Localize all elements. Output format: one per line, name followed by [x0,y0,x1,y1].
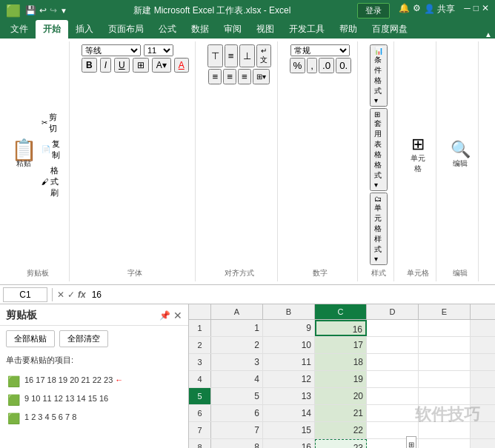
tab-help[interactable]: 帮助 [332,20,365,39]
cell-b6[interactable]: 14 [263,405,315,421]
save-icon[interactable]: 💾 [25,5,36,16]
share-icon[interactable]: 👤 共享 [424,3,455,19]
comma-button[interactable]: , [307,58,317,73]
clipboard-item-2[interactable]: 🟩 9 10 11 12 13 14 15 16 [6,390,182,409]
close-btn[interactable]: ✕ [482,3,489,19]
cut-button[interactable]: ✂ 剪切 [39,110,63,136]
redo-icon[interactable]: ↪ [50,5,57,16]
format-painter-button[interactable]: 🖌 格式刷 [39,164,63,200]
merge-cells-button[interactable]: ⊞▾ [253,69,270,84]
cell-c5[interactable]: 20 [315,388,367,404]
save-to-cloud-button[interactable]: ☁ 保存到百度网盘 [491,125,495,184]
cell-b4[interactable]: 12 [263,371,315,387]
align-bottom-button[interactable]: ⊥ [239,44,255,67]
align-center-button[interactable]: ≡ [223,69,236,84]
restore-btn[interactable]: □ [474,3,479,19]
clear-all-button[interactable]: 全部清空 [59,330,108,347]
settings-icon[interactable]: ⚙ [413,3,421,19]
cell-c1[interactable]: 16 [315,320,367,336]
bold-button[interactable]: B [82,58,97,73]
cell-d4[interactable] [367,371,419,387]
cell-d6[interactable] [367,405,419,421]
cell-e5[interactable] [419,388,471,404]
cell-a7[interactable]: 7 [211,422,263,438]
percent-button[interactable]: % [290,58,306,73]
cell-e8[interactable] [419,439,471,448]
cell-a3[interactable]: 3 [211,354,263,370]
cells-button[interactable]: ⊞ 单元格 [406,134,430,175]
cell-e7[interactable] [419,422,471,438]
cell-c3[interactable]: 18 [315,354,367,370]
cell-reference-input[interactable]: C1 [3,287,47,302]
col-header-d[interactable]: D [367,304,419,319]
cell-c2[interactable]: 17 [315,337,367,353]
cell-a1[interactable]: 1 [211,320,263,336]
tab-review[interactable]: 审阅 [216,20,249,39]
number-format-select[interactable]: 常规 [290,44,350,56]
cell-b3[interactable]: 11 [263,354,315,370]
cell-b2[interactable]: 10 [263,337,315,353]
cell-e1[interactable] [419,320,471,336]
dropdown-icon[interactable]: ▼ [60,7,67,15]
cell-e2[interactable] [419,337,471,353]
col-header-b[interactable]: B [263,304,315,319]
clipboard-item-1[interactable]: 🟩 16 17 18 19 20 21 22 23 ← [6,372,182,390]
tab-file[interactable]: 文件 [3,20,36,39]
font-color-button[interactable]: A [174,58,189,73]
conditional-format-button[interactable]: 📊 条件格式 ▾ [370,44,388,107]
cell-a6[interactable]: 6 [211,405,263,421]
cell-a2[interactable]: 2 [211,337,263,353]
cell-d1[interactable] [367,320,419,336]
align-top-button[interactable]: ⊤ [207,44,223,67]
cell-c6[interactable]: 21 [315,405,367,421]
cell-c7[interactable]: 22 [315,422,367,438]
format-as-table-button[interactable]: ⊞ 套用表格格式 ▾ [370,108,388,191]
align-right-button[interactable]: ≡ [238,69,251,84]
cell-c4[interactable]: 19 [315,371,367,387]
tab-formulas[interactable]: 公式 [151,20,184,39]
font-family-select[interactable]: 等线 [82,44,141,56]
tab-page-layout[interactable]: 页面布局 [101,20,151,39]
underline-button[interactable]: U [114,58,130,73]
tab-insert[interactable]: 插入 [68,20,101,39]
minimize-icon[interactable]: 🔔 [399,3,410,19]
cell-b1[interactable]: 9 [263,320,315,336]
collapse-ribbon-icon[interactable]: ▲ [485,30,492,39]
cell-styles-button[interactable]: 🗂 单元格样式 ▾ [370,193,388,265]
col-header-c[interactable]: C [315,304,367,319]
col-header-a[interactable]: A [211,304,263,319]
cell-d3[interactable] [367,354,419,370]
col-header-e[interactable]: E [419,304,471,319]
cell-a5[interactable]: 5 [211,388,263,404]
cell-d8[interactable]: ⊞ [367,439,419,448]
tab-view[interactable]: 视图 [249,20,282,39]
cell-e6[interactable] [419,405,471,421]
tab-home[interactable]: 开始 [36,20,68,39]
formula-input[interactable]: 16 [89,288,492,301]
copy-button[interactable]: 📄 复制 [39,137,63,162]
cell-a8[interactable]: 8 [211,439,263,448]
cell-a4[interactable]: 4 [211,371,263,387]
cell-c8[interactable]: 23 [315,439,367,448]
decrease-decimal-button[interactable]: 0. [336,58,351,73]
fill-color-button[interactable]: A▾ [152,58,171,73]
clipboard-close-icon[interactable]: ✕ [173,310,182,321]
cell-b8[interactable]: 16 [263,439,315,448]
paste-all-button[interactable]: 全部粘贴 [6,330,55,347]
cell-b7[interactable]: 15 [263,422,315,438]
cell-e4[interactable] [419,371,471,387]
minimize-btn[interactable]: ─ [464,3,471,19]
tab-data[interactable]: 数据 [184,20,216,39]
tab-developer[interactable]: 开发工具 [282,20,332,39]
italic-button[interactable]: I [100,58,111,73]
wrap-text-button[interactable]: ↵文 [256,44,271,67]
align-middle-button[interactable]: ≡ [225,44,238,67]
align-left-button[interactable]: ≡ [208,69,222,84]
cell-b5[interactable]: 13 [263,388,315,404]
insert-function-icon[interactable]: fx [78,290,86,300]
border-button[interactable]: ⊞ [133,58,149,73]
confirm-formula-icon[interactable]: ✓ [67,290,75,300]
cell-e3[interactable] [419,354,471,370]
cell-d2[interactable] [367,337,419,353]
increase-decimal-button[interactable]: .0 [319,58,334,73]
